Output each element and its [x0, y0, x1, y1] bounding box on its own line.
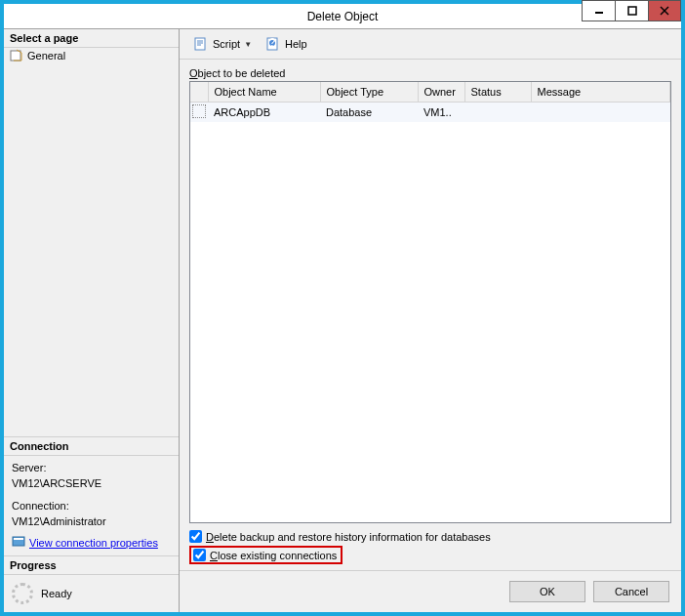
cancel-button[interactable]: Cancel [593, 581, 669, 602]
progress-status: Ready [41, 588, 72, 599]
window-controls [582, 0, 681, 21]
svg-rect-7 [195, 38, 205, 50]
select-page-header: Select a page [4, 29, 179, 48]
server-value: VM12\ARCSERVE [12, 475, 171, 492]
dialog-window: Delete Object Select a page General Conn… [0, 0, 685, 616]
grid-header-message[interactable]: Message [531, 82, 670, 102]
toolbar: Script ▼ ? Help [180, 29, 681, 60]
close-connections-checkbox[interactable] [193, 549, 206, 561]
cell-type: Database [320, 102, 418, 122]
close-connections-highlight: Close existing connections [189, 546, 342, 564]
properties-icon [12, 534, 25, 553]
connection-section: Connection Server: VM12\ARCSERVE Connect… [4, 436, 179, 556]
minimize-button[interactable] [582, 0, 615, 21]
delete-history-label: Delete backup and restore history inform… [206, 531, 491, 543]
cell-message [531, 102, 670, 122]
table-row[interactable]: ARCAppDB Database VM1.. [190, 102, 670, 122]
delete-history-checkbox[interactable] [189, 530, 202, 543]
page-general[interactable]: General [4, 48, 179, 63]
left-pane: Select a page General Connection Server:… [4, 29, 180, 612]
cell-status [464, 102, 531, 122]
titlebar[interactable]: Delete Object [4, 4, 681, 28]
object-to-delete-label: Object to be deleted [189, 67, 671, 79]
grid-header-type[interactable]: Object Type [320, 82, 418, 102]
window-title: Delete Object [307, 10, 379, 23]
server-label: Server: [12, 460, 171, 476]
right-pane: Script ▼ ? Help Object to be deleted [180, 29, 681, 612]
script-icon [193, 36, 209, 52]
progress-spinner-icon [12, 583, 33, 604]
cell-name: ARCAppDB [208, 102, 320, 122]
cell-owner: VM1.. [418, 102, 464, 122]
svg-text:?: ? [269, 36, 275, 48]
svg-rect-1 [628, 7, 636, 15]
object-grid[interactable]: Object Name Object Type Owner Status Mes… [189, 81, 671, 523]
main-body: Object to be deleted Object Name Object … [180, 60, 681, 570]
svg-rect-6 [14, 538, 23, 540]
progress-section: Progress Ready [4, 555, 179, 612]
view-connection-properties-label: View connection properties [29, 535, 158, 552]
grid-header-icon [190, 82, 208, 102]
page-icon [10, 49, 23, 62]
close-connections-checkbox-row[interactable]: Close existing connections [191, 548, 337, 562]
help-button[interactable]: ? Help [262, 35, 311, 53]
checkbox-area: Delete backup and restore history inform… [189, 523, 671, 566]
page-general-label: General [27, 50, 65, 62]
progress-header: Progress [4, 556, 179, 575]
connection-label: Connection: [12, 498, 171, 514]
grid-header-status[interactable]: Status [464, 82, 531, 102]
grid-header-owner[interactable]: Owner [418, 82, 464, 102]
close-connections-label: Close existing connections [210, 550, 337, 561]
maximize-button[interactable] [615, 0, 648, 21]
row-icon [192, 104, 206, 118]
script-label: Script [213, 38, 240, 50]
connection-header: Connection [4, 437, 179, 456]
connection-value: VM12\Administrator [12, 513, 171, 530]
content-area: Select a page General Connection Server:… [4, 28, 681, 612]
button-bar: OK Cancel [180, 570, 681, 612]
view-connection-properties-link[interactable]: View connection properties [12, 534, 171, 553]
script-button[interactable]: Script ▼ [189, 35, 256, 53]
grid-header-name[interactable]: Object Name [208, 82, 320, 102]
help-icon: ? [265, 36, 281, 52]
grid-header-row: Object Name Object Type Owner Status Mes… [190, 82, 670, 102]
svg-rect-4 [11, 51, 20, 61]
ok-button[interactable]: OK [509, 581, 585, 602]
help-label: Help [285, 38, 307, 50]
close-button[interactable] [648, 0, 681, 21]
delete-history-checkbox-row[interactable]: Delete backup and restore history inform… [189, 529, 671, 544]
chevron-down-icon: ▼ [244, 40, 252, 49]
